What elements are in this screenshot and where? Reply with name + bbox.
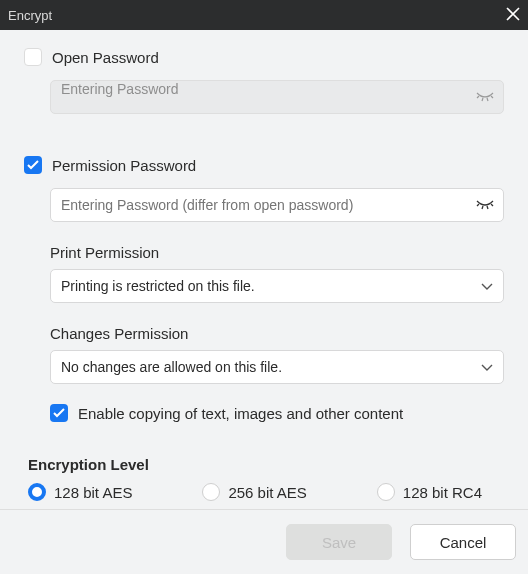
radio-rc4128[interactable]: 128 bit RC4 <box>377 483 482 501</box>
radio-dot-icon <box>202 483 220 501</box>
enable-copy-row: Enable copying of text, images and other… <box>50 404 504 422</box>
eye-closed-icon <box>476 92 494 102</box>
save-button: Save <box>286 524 392 560</box>
radio-dot-icon <box>28 483 46 501</box>
cancel-button[interactable]: Cancel <box>410 524 516 560</box>
dialog-footer: Save Cancel <box>0 509 528 574</box>
enable-copy-label: Enable copying of text, images and other… <box>78 405 403 422</box>
radio-aes128[interactable]: 128 bit AES <box>28 483 132 501</box>
encryption-level-title: Encryption Level <box>28 456 504 473</box>
chevron-down-icon <box>481 278 493 294</box>
permission-password-label: Permission Password <box>52 157 196 174</box>
open-password-input: Entering Password <box>50 80 504 114</box>
eye-closed-icon[interactable] <box>476 200 494 210</box>
permission-password-checkbox[interactable] <box>24 156 42 174</box>
permission-password-row: Permission Password <box>24 156 504 174</box>
radio-aes256[interactable]: 256 bit AES <box>202 483 306 501</box>
encryption-level-radios: 128 bit AES 256 bit AES 128 bit RC4 <box>28 483 504 501</box>
dialog-title: Encrypt <box>8 8 496 23</box>
enable-copy-checkbox[interactable] <box>50 404 68 422</box>
open-password-label: Open Password <box>52 49 159 66</box>
changes-permission-label: Changes Permission <box>50 325 504 342</box>
open-password-checkbox[interactable] <box>24 48 42 66</box>
chevron-down-icon <box>481 359 493 375</box>
print-permission-select[interactable]: Printing is restricted on this file. <box>50 269 504 303</box>
close-icon[interactable] <box>496 7 520 24</box>
changes-permission-select[interactable]: No changes are allowed on this file. <box>50 350 504 384</box>
open-password-row: Open Password <box>24 48 504 66</box>
titlebar: Encrypt <box>0 0 528 30</box>
radio-dot-icon <box>377 483 395 501</box>
permission-password-input[interactable] <box>50 188 504 222</box>
dialog-content: Open Password Entering Password Permissi… <box>0 30 528 501</box>
print-permission-label: Print Permission <box>50 244 504 261</box>
